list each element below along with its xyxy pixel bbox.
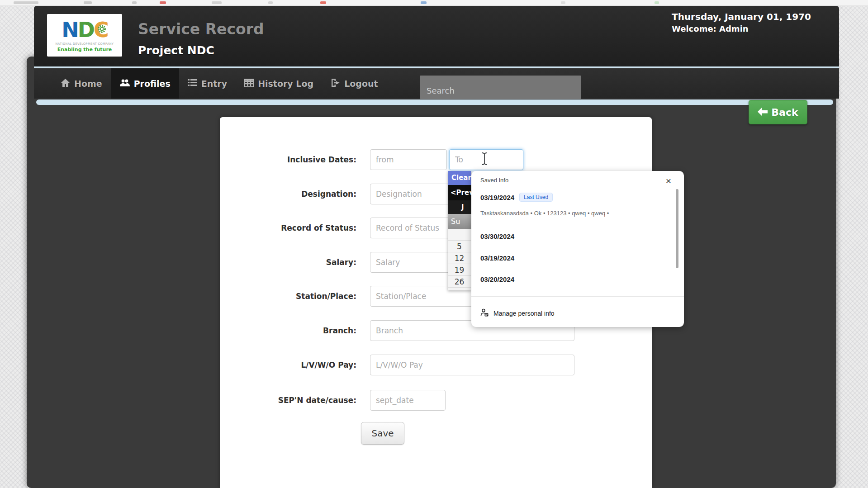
saved-entry[interactable]: 03/19/2024 <box>480 254 514 262</box>
datepicker-day-cell[interactable]: 26 <box>448 276 471 288</box>
last-used-badge: Last Used <box>519 193 553 202</box>
app-header: N D C NATIONAL DEVELOPMENT COMPANY Enabl… <box>34 6 839 66</box>
branch-label: Branch: <box>220 320 356 341</box>
saved-entry[interactable]: 03/20/2024 <box>480 275 514 283</box>
datepicker-day-cell[interactable]: 19 <box>448 264 471 276</box>
popup-divider <box>471 296 684 297</box>
bookmark-fragment <box>421 1 427 4</box>
from-date-input[interactable] <box>370 149 447 170</box>
bookmark-fragment <box>320 1 326 4</box>
datepicker-day-cell[interactable]: 12 <box>448 252 471 264</box>
list-icon <box>188 79 197 89</box>
lvwo-pay-input[interactable] <box>370 355 574 375</box>
page-title: Service Record <box>138 20 264 38</box>
ndc-logo: N D C NATIONAL DEVELOPMENT COMPANY Enabl… <box>47 14 122 57</box>
designation-label: Designation: <box>220 184 356 204</box>
page-subtitle: Project NDC <box>138 44 214 57</box>
save-button[interactable]: Save <box>361 422 404 445</box>
datepicker-day-header: Su <box>448 214 471 229</box>
bookmark-fragment <box>268 1 273 4</box>
table-icon <box>244 79 254 89</box>
back-button-label: Back <box>771 107 798 118</box>
datepicker-day-cell[interactable] <box>448 229 471 241</box>
saved-entry[interactable]: 03/30/2024 <box>480 232 514 240</box>
lvwo-pay-label: L/V/W/O Pay: <box>220 355 356 375</box>
welcome-text: Welcome: Admin <box>672 23 825 35</box>
back-button[interactable]: Back <box>749 100 807 124</box>
nav-item-label: History Log <box>258 79 313 89</box>
nav-item-entry[interactable]: Entry <box>179 68 236 99</box>
bookmark-fragment <box>212 1 222 4</box>
saved-entry[interactable]: 03/19/2024 Last Used <box>480 193 553 202</box>
bookmark-fragment <box>132 1 137 4</box>
popup-title: Saved Info <box>480 177 508 184</box>
bookmark-fragment <box>14 1 38 4</box>
saved-entry-value: 03/19/2024 <box>480 194 514 201</box>
popup-scrollbar[interactable] <box>676 189 678 268</box>
home-icon <box>61 78 70 89</box>
record-of-status-label: Record of Status: <box>220 218 356 238</box>
divider-bar <box>36 99 833 105</box>
nav-item-label: Logout <box>344 79 378 89</box>
datepicker-prev-button[interactable]: <Prev <box>448 185 471 200</box>
datepicker-clear-button[interactable]: Clear <box>448 171 471 185</box>
nav-item-history-log[interactable]: History Log <box>236 68 322 99</box>
manage-personal-info[interactable]: Manage personal info <box>480 304 555 322</box>
header-right: Thursday, January 01, 1970 Welcome: Admi… <box>672 10 825 35</box>
ndc-logo-letters: N D C <box>62 19 107 40</box>
sepn-date-input[interactable] <box>370 390 446 411</box>
bookmark-fragment <box>160 1 166 4</box>
logo-letter-n: N <box>62 19 78 40</box>
person-card-icon <box>480 308 489 318</box>
saved-entry-value: 03/19/2024 <box>480 254 514 262</box>
saved-info-popup: Saved Info × 03/19/2024 Last Used Taskta… <box>471 171 684 327</box>
search-input[interactable] <box>420 76 581 99</box>
datepicker-day-cell[interactable]: 5 <box>448 241 471 252</box>
nav-item-label: Profiles <box>134 79 171 89</box>
datepicker-footer <box>448 288 471 290</box>
datepicker-month-header: J <box>448 200 471 214</box>
nav-item-label: Home <box>74 79 102 89</box>
salary-label: Salary: <box>220 252 356 273</box>
browser-strip <box>0 0 868 6</box>
datepicker: Clear <Prev J Su 5 12 19 26 <box>448 171 471 290</box>
close-icon[interactable]: × <box>661 174 676 188</box>
logout-icon <box>331 78 340 89</box>
manage-personal-info-label: Manage personal info <box>493 310 555 317</box>
bookmark-fragment <box>561 1 565 4</box>
saved-entry-value: 03/30/2024 <box>480 232 514 240</box>
nav-item-profiles[interactable]: Profiles <box>111 68 179 99</box>
bookmark-fragment <box>655 1 659 4</box>
arrow-left-icon <box>758 107 768 118</box>
sepn-date-label: SEP'N date/cause: <box>220 390 356 411</box>
profiles-icon <box>119 78 130 89</box>
saved-entry-detail: Tasktaskanasdsda • Ok • 123123 • qweq • … <box>480 210 675 217</box>
bookmark-fragment <box>84 1 92 4</box>
nav-item-home[interactable]: Home <box>52 68 111 99</box>
text-cursor <box>481 152 488 167</box>
logo-org-text: NATIONAL DEVELOPMENT COMPANY <box>56 42 114 46</box>
inclusive-dates-label: Inclusive Dates: <box>220 149 356 170</box>
station-place-label: Station/Place: <box>220 286 356 307</box>
logo-tagline: Enabling the future <box>57 47 112 52</box>
current-date: Thursday, January 01, 1970 <box>672 10 825 23</box>
nav-item-label: Entry <box>201 79 227 89</box>
logo-letter-d: D <box>78 19 94 40</box>
gear-icon <box>97 24 107 35</box>
main-navbar: Home Profiles Entry History Log Logout <box>34 66 839 99</box>
nav-item-logout[interactable]: Logout <box>322 68 386 99</box>
saved-entry-value: 03/20/2024 <box>480 275 514 283</box>
